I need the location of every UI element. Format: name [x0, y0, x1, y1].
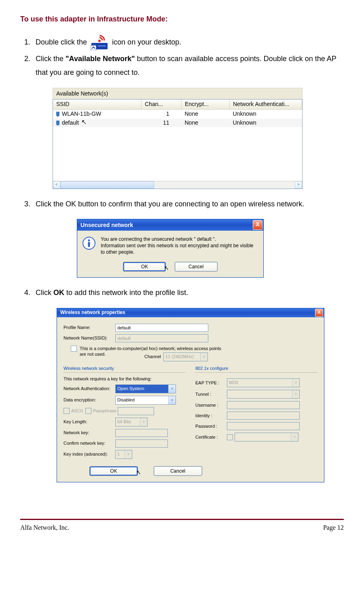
mouse-cursor-icon: ↖ — [81, 119, 87, 125]
table-header-row: SSID Chan... Encrypt... Network Authenti… — [53, 100, 302, 110]
row-netkey: Network key: — [63, 429, 186, 437]
adhoc-checkbox[interactable] — [71, 346, 77, 352]
chevron-down-icon: v — [140, 418, 147, 426]
step-1-text-b: icon on your desktop. — [112, 38, 181, 46]
eap-value: MD5 — [229, 380, 238, 385]
label-password: Password : — [195, 423, 227, 429]
section-heading: To use this adapter in Infrastructure Mo… — [20, 12, 344, 26]
network-listbox[interactable]: SSID Chan... Encrypt... Network Authenti… — [53, 99, 303, 189]
label-confirm-netkey: Confirm network key: — [63, 440, 115, 446]
svg-rect-4 — [91, 45, 96, 50]
chevron-down-icon[interactable]: v — [168, 396, 176, 404]
label-ascii: ASCII — [71, 408, 83, 414]
cell-chan: 11 — [142, 119, 182, 127]
msg-line-2: Information sent over this network is no… — [101, 243, 258, 255]
horizontal-scrollbar[interactable]: < > — [53, 181, 302, 189]
mouse-cursor-icon: ↖ — [164, 264, 169, 272]
ascii-checkbox — [63, 408, 70, 414]
table-row[interactable]: WLAN-11b-GW 1 None Unknown — [53, 110, 302, 119]
row-identity: Identity : — [195, 412, 317, 420]
dialog-buttons: OK↖ Cancel — [77, 260, 263, 277]
dialog-buttons: OK↖ Cancel — [89, 466, 317, 476]
cell-enc: None — [182, 119, 230, 127]
label-tunnel: Tunnel : — [195, 391, 227, 397]
dialog-body: Profile Name: default Network Name(SSID)… — [57, 317, 324, 482]
close-button[interactable]: X — [253, 220, 262, 230]
footer-right: Page 12 — [323, 522, 344, 534]
dialog-title: Wireless network properties — [60, 309, 125, 316]
confirm-netkey-input — [115, 439, 168, 448]
password-input — [227, 422, 300, 430]
page-footer: Alfa Network, Inc. Page 12 — [20, 522, 344, 534]
label-enc: Data encryption: — [63, 397, 115, 403]
passphrase-checkbox — [85, 408, 91, 414]
chevron-down-icon: v — [292, 379, 299, 387]
col-ssid[interactable]: SSID — [53, 100, 142, 110]
ok-button[interactable]: OK — [123, 262, 166, 272]
scroll-right-button[interactable]: > — [295, 181, 302, 189]
cell-auth: Unknown — [230, 110, 302, 119]
col-auth[interactable]: Network Authenticati... — [230, 100, 302, 110]
cell-ssid: default — [53, 119, 142, 127]
label-auth: Network Authentication: — [63, 386, 115, 392]
scroll-track[interactable] — [60, 181, 295, 189]
eap-select: MD5v — [227, 378, 300, 387]
col-encrypt[interactable]: Encrypt... — [182, 100, 230, 110]
wifi-icon — [56, 112, 59, 117]
row-tunnel: Tunnel : v — [195, 390, 317, 399]
label-username: Username : — [195, 402, 227, 408]
dialog-titlebar[interactable]: Unsecured network X — [77, 219, 263, 231]
chevron-down-icon: v — [200, 353, 207, 361]
ssid-text: default — [62, 119, 79, 126]
label-identity: Identity : — [195, 413, 227, 419]
row-enc: Data encryption: Disabledv — [63, 396, 186, 405]
cancel-button[interactable]: Cancel — [175, 262, 218, 272]
auth-select[interactable]: Open Systemv — [115, 384, 176, 393]
mouse-cursor-icon: ↖ — [136, 469, 141, 476]
step-4-text-a: Click — [36, 289, 53, 297]
step-2: Click the "Available Network" button to … — [32, 52, 344, 79]
row-eap: EAP TYPE : MD5v — [195, 378, 317, 387]
col-channel[interactable]: Chan... — [142, 100, 182, 110]
tunnel-select: v — [227, 390, 300, 399]
step-3: Click the OK button to confirm that you … — [32, 197, 344, 211]
dialog-message: You are connecting the unsecured network… — [101, 236, 258, 255]
info-icon — [82, 236, 96, 250]
keyidx-select: 1v — [115, 450, 132, 459]
svg-point-6 — [88, 240, 90, 242]
svg-rect-7 — [88, 242, 90, 247]
dialog-titlebar[interactable]: Wireless network properties X — [57, 308, 324, 317]
screenshot-properties-dialog: Wireless network properties X Profile Na… — [57, 308, 324, 482]
scroll-thumb[interactable] — [60, 181, 154, 189]
label-keyidx: Key index (advanced): — [63, 451, 115, 457]
security-desc: This network requires a key for the foll… — [63, 376, 186, 382]
cancel-button[interactable]: Cancel — [154, 466, 202, 476]
dialog-title: Unsecured network — [80, 221, 133, 229]
cell-auth: Unknown — [230, 119, 302, 127]
two-columns: Wireless network security This network r… — [63, 365, 317, 461]
row-certificate: Certificate : v — [195, 433, 317, 441]
enc-select[interactable]: Disabledv — [115, 396, 176, 405]
close-button[interactable]: X — [315, 309, 323, 317]
wifi-utility-icon — [91, 34, 108, 50]
footer-rule — [20, 519, 344, 520]
row-password: Password : — [195, 422, 317, 430]
label-ssid: Network Name(SSID): — [63, 335, 115, 341]
cell-ssid: WLAN-11b-GW — [53, 110, 142, 119]
identity-input — [227, 412, 300, 420]
chevron-down-icon[interactable]: v — [168, 385, 176, 393]
cell-chan: 1 — [142, 110, 182, 119]
step-1: Double click the icon on your desktop. — [32, 34, 344, 50]
screenshot-available-networks: Available Network(s) SSID Chan... Encryp… — [53, 88, 303, 189]
ok-button[interactable]: OK — [89, 466, 138, 476]
scroll-left-button[interactable]: < — [53, 181, 60, 189]
svg-rect-2 — [98, 45, 106, 47]
row-profile-name: Profile Name: default — [63, 324, 317, 332]
table-row[interactable]: default 11 None Unknown — [53, 119, 302, 127]
steps-list-cont2: Click OK to add this network into the pr… — [20, 286, 344, 299]
row-keylen: Key Length: 64 Bitsv — [63, 418, 186, 427]
label-passphrase: Passphrase — [93, 408, 116, 414]
enc-value: Disabled — [117, 397, 135, 402]
row-keyidx: Key index (advanced): 1v — [63, 450, 186, 459]
profile-name-input[interactable]: default — [115, 324, 208, 332]
